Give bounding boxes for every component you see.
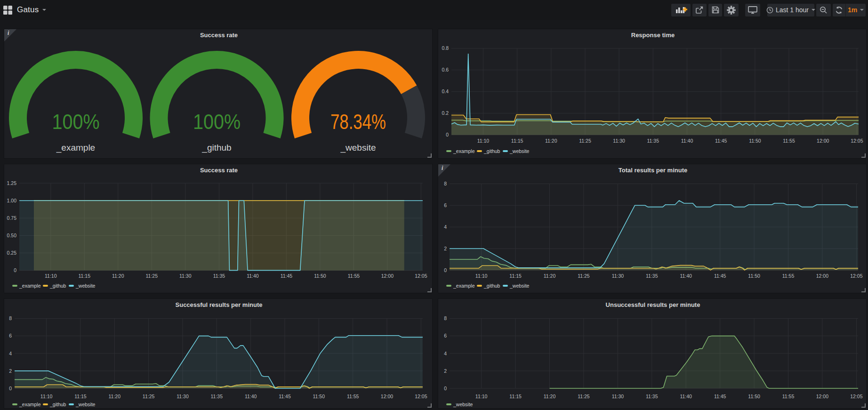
svg-text:_example: _example [453, 283, 475, 289]
svg-text:Response time: Response time [631, 32, 675, 39]
svg-text:12:05: 12:05 [415, 273, 427, 279]
svg-text:12:00: 12:00 [381, 273, 394, 279]
svg-text:0: 0 [9, 386, 12, 391]
svg-text:11:20: 11:20 [109, 394, 121, 399]
svg-text:11:25: 11:25 [579, 138, 591, 144]
svg-text:2: 2 [444, 368, 447, 374]
svg-text:11:20: 11:20 [544, 273, 556, 279]
svg-text:11:35: 11:35 [646, 273, 658, 279]
svg-text:11:15: 11:15 [509, 394, 522, 399]
svg-text:6: 6 [444, 333, 447, 338]
svg-text:_github: _github [483, 148, 500, 154]
svg-text:11:25: 11:25 [578, 273, 590, 279]
svg-text:11:55: 11:55 [782, 273, 795, 279]
svg-text:11:30: 11:30 [179, 273, 192, 279]
svg-text:11:30: 11:30 [612, 394, 624, 399]
svg-text:100%: 100% [52, 110, 100, 133]
svg-text:11:45: 11:45 [715, 138, 727, 144]
svg-text:_website: _website [75, 402, 96, 407]
svg-text:12:05: 12:05 [850, 394, 862, 399]
svg-text:_github: _github [201, 143, 231, 153]
svg-text:6: 6 [9, 333, 12, 338]
svg-text:12:05: 12:05 [851, 138, 863, 144]
svg-text:11:45: 11:45 [714, 394, 726, 399]
svg-text:_website: _website [75, 283, 96, 289]
svg-text:_example: _example [19, 283, 41, 289]
svg-text:11:35: 11:35 [647, 138, 659, 144]
svg-text:0.25: 0.25 [7, 250, 17, 256]
svg-text:12:00: 12:00 [381, 394, 393, 399]
svg-text:11:30: 11:30 [612, 273, 624, 279]
svg-text:11:10: 11:10 [475, 394, 488, 399]
svg-text:11:25: 11:25 [578, 394, 590, 399]
svg-text:4: 4 [444, 224, 447, 230]
svg-text:11:35: 11:35 [213, 273, 225, 279]
svg-text:12:05: 12:05 [850, 273, 862, 279]
svg-text:11:35: 11:35 [211, 394, 223, 399]
svg-text:Total results per minute: Total results per minute [619, 167, 687, 174]
svg-text:11:20: 11:20 [112, 273, 124, 279]
svg-text:Success rate: Success rate [200, 167, 238, 174]
svg-text:11:15: 11:15 [509, 273, 522, 279]
svg-text:_example: _example [19, 402, 41, 407]
svg-text:11:10: 11:10 [40, 394, 53, 399]
svg-text:_website: _website [453, 402, 473, 407]
svg-text:11:55: 11:55 [348, 273, 360, 279]
svg-text:2: 2 [444, 246, 447, 251]
svg-text:11:50: 11:50 [748, 394, 760, 399]
svg-text:12:00: 12:00 [817, 138, 829, 144]
svg-text:1.00: 1.00 [7, 198, 17, 203]
svg-text:11:15: 11:15 [511, 138, 523, 144]
svg-text:11:15: 11:15 [74, 394, 87, 399]
svg-text:11:15: 11:15 [79, 273, 91, 279]
svg-text:11:40: 11:40 [680, 273, 692, 279]
svg-text:12:05: 12:05 [415, 394, 427, 399]
svg-text:_website: _website [509, 283, 530, 289]
svg-text:11:55: 11:55 [347, 394, 359, 399]
svg-text:11:20: 11:20 [544, 394, 556, 399]
svg-text:11:55: 11:55 [782, 394, 795, 399]
svg-text:Success rate: Success rate [200, 32, 238, 39]
svg-text:6: 6 [444, 202, 447, 208]
svg-text:1.25: 1.25 [7, 180, 17, 186]
svg-text:11:25: 11:25 [146, 273, 158, 279]
svg-text:11:40: 11:40 [247, 273, 259, 279]
svg-text:11:40: 11:40 [680, 394, 692, 399]
svg-text:11:45: 11:45 [279, 394, 291, 399]
svg-text:11:10: 11:10 [475, 273, 488, 279]
svg-text:78.34%: 78.34% [330, 110, 386, 133]
svg-text:Successful results per minute: Successful results per minute [176, 301, 263, 308]
svg-text:_github: _github [49, 402, 66, 407]
svg-text:11:30: 11:30 [613, 138, 625, 144]
svg-text:0: 0 [444, 267, 447, 273]
svg-text:0.6: 0.6 [442, 67, 449, 72]
svg-text:11:10: 11:10 [45, 273, 57, 279]
svg-text:_website: _website [509, 148, 530, 154]
svg-text:12:00: 12:00 [816, 273, 828, 279]
svg-text:0.8: 0.8 [442, 45, 449, 51]
svg-text:_github: _github [483, 283, 500, 289]
svg-text:0: 0 [14, 267, 16, 273]
svg-text:11:50: 11:50 [314, 273, 326, 279]
svg-text:8: 8 [9, 315, 12, 321]
svg-text:11:55: 11:55 [783, 138, 795, 144]
svg-text:100%: 100% [193, 110, 241, 133]
svg-text:12:00: 12:00 [816, 394, 828, 399]
svg-text:8: 8 [444, 315, 447, 321]
svg-text:11:45: 11:45 [281, 273, 293, 279]
svg-text:11:30: 11:30 [177, 394, 189, 399]
svg-text:_website: _website [340, 143, 376, 153]
svg-text:11:50: 11:50 [313, 394, 325, 399]
svg-text:4: 4 [444, 351, 447, 356]
svg-text:11:25: 11:25 [143, 394, 155, 399]
svg-text:11:50: 11:50 [749, 138, 761, 144]
svg-text:11:20: 11:20 [545, 138, 557, 144]
svg-text:8: 8 [444, 181, 447, 186]
svg-text:0: 0 [446, 132, 449, 137]
svg-text:Unsuccessful results per minut: Unsuccessful results per minute [606, 301, 700, 308]
svg-text:2: 2 [9, 368, 12, 374]
svg-text:11:40: 11:40 [681, 138, 693, 144]
svg-text:0.75: 0.75 [7, 215, 17, 221]
svg-text:11:40: 11:40 [245, 394, 257, 399]
svg-text:0: 0 [444, 386, 447, 391]
